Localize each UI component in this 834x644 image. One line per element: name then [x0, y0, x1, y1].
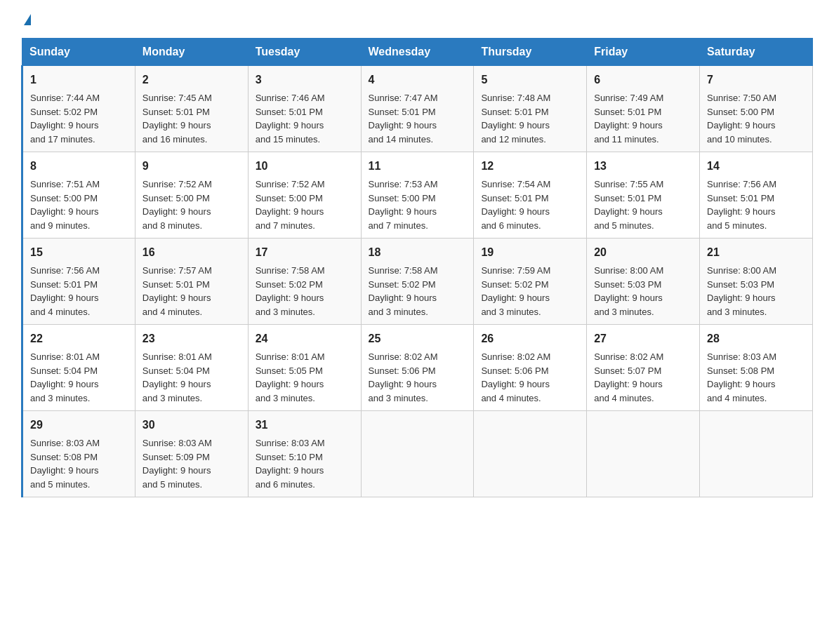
day-info-line: and 8 minutes.: [143, 219, 241, 233]
day-info-line: Sunrise: 7:44 AM: [30, 91, 128, 105]
day-info-line: Sunrise: 7:45 AM: [143, 91, 241, 105]
day-info-line: Sunset: 5:07 PM: [594, 364, 692, 378]
column-header-thursday: Thursday: [474, 39, 587, 66]
day-info-line: Sunset: 5:06 PM: [369, 364, 467, 378]
day-info-line: Sunrise: 7:59 AM: [481, 264, 579, 278]
day-info-line: Sunrise: 7:46 AM: [256, 91, 354, 105]
day-info-line: Daylight: 9 hours: [481, 205, 579, 219]
day-number: 29: [30, 417, 128, 434]
day-info-line: Sunset: 5:01 PM: [143, 105, 241, 119]
calendar-cell: 18Sunrise: 7:58 AMSunset: 5:02 PMDayligh…: [361, 239, 474, 325]
calendar-cell: 5Sunrise: 7:48 AMSunset: 5:01 PMDaylight…: [474, 66, 587, 152]
day-info-line: Daylight: 9 hours: [30, 205, 128, 219]
calendar-cell: 16Sunrise: 7:57 AMSunset: 5:01 PMDayligh…: [135, 239, 248, 325]
day-info-line: Sunrise: 7:53 AM: [369, 177, 467, 192]
column-header-tuesday: Tuesday: [248, 39, 361, 66]
day-number: 17: [256, 244, 354, 261]
day-info-line: and 4 minutes.: [481, 391, 579, 405]
calendar-cell: 31Sunrise: 8:03 AMSunset: 5:10 PMDayligh…: [248, 411, 361, 497]
day-info-line: and 4 minutes.: [143, 305, 241, 319]
day-info-line: Daylight: 9 hours: [707, 291, 805, 305]
calendar-cell: 9Sunrise: 7:52 AMSunset: 5:00 PMDaylight…: [135, 152, 248, 239]
calendar-cell: 1Sunrise: 7:44 AMSunset: 5:02 PMDaylight…: [22, 66, 135, 152]
day-info-line: Sunrise: 8:02 AM: [369, 350, 467, 364]
day-info-line: Sunrise: 8:03 AM: [143, 436, 241, 450]
day-info-line: Sunrise: 8:02 AM: [594, 350, 692, 364]
day-info-line: and 3 minutes.: [594, 305, 692, 319]
day-number: 6: [594, 72, 692, 88]
day-info-line: Daylight: 9 hours: [30, 291, 128, 305]
day-info-line: and 3 minutes.: [481, 305, 579, 319]
day-info-line: Daylight: 9 hours: [707, 119, 805, 133]
day-info-line: Daylight: 9 hours: [594, 291, 692, 305]
day-info-line: and 10 minutes.: [707, 133, 805, 147]
day-number: 28: [707, 330, 805, 347]
day-info-line: Sunset: 5:01 PM: [481, 105, 579, 119]
day-info-line: Sunset: 5:00 PM: [143, 192, 241, 206]
calendar-cell: 10Sunrise: 7:52 AMSunset: 5:00 PMDayligh…: [248, 152, 361, 239]
day-info-line: Sunrise: 8:01 AM: [30, 350, 128, 364]
day-info-line: Sunset: 5:01 PM: [369, 105, 467, 119]
day-info-line: and 6 minutes.: [256, 478, 354, 492]
calendar-week-row: 29Sunrise: 8:03 AMSunset: 5:08 PMDayligh…: [22, 411, 813, 497]
day-info-line: and 3 minutes.: [707, 305, 805, 319]
day-info-line: Sunset: 5:09 PM: [143, 450, 241, 464]
day-info-line: Sunset: 5:00 PM: [256, 192, 354, 206]
day-info-line: Sunrise: 7:54 AM: [481, 177, 579, 192]
calendar-cell: [474, 411, 587, 497]
day-number: 27: [594, 330, 692, 347]
day-info-line: Sunrise: 7:56 AM: [30, 264, 128, 278]
day-info-line: and 3 minutes.: [369, 391, 467, 405]
day-number: 21: [707, 244, 805, 261]
day-info-line: Sunrise: 7:58 AM: [256, 264, 354, 278]
day-info-line: and 6 minutes.: [481, 219, 579, 233]
day-info-line: Daylight: 9 hours: [707, 205, 805, 219]
day-info-line: Daylight: 9 hours: [369, 119, 467, 133]
calendar-cell: 20Sunrise: 8:00 AMSunset: 5:03 PMDayligh…: [587, 239, 700, 325]
day-info-line: Sunrise: 7:47 AM: [369, 91, 467, 105]
day-number: 4: [369, 72, 467, 88]
day-number: 15: [30, 244, 128, 261]
day-info-line: and 17 minutes.: [30, 133, 128, 147]
column-header-friday: Friday: [587, 39, 700, 66]
day-info-line: and 3 minutes.: [256, 305, 354, 319]
day-number: 5: [481, 72, 579, 88]
day-info-line: Sunset: 5:08 PM: [30, 450, 128, 464]
day-number: 9: [143, 158, 241, 175]
calendar-cell: 22Sunrise: 8:01 AMSunset: 5:04 PMDayligh…: [22, 325, 135, 411]
logo-triangle-icon: [24, 14, 31, 25]
calendar-week-row: 8Sunrise: 7:51 AMSunset: 5:00 PMDaylight…: [22, 152, 813, 239]
day-info-line: and 12 minutes.: [481, 133, 579, 147]
day-number: 25: [369, 330, 467, 347]
day-info-line: and 3 minutes.: [256, 391, 354, 405]
calendar-cell: 27Sunrise: 8:02 AMSunset: 5:07 PMDayligh…: [587, 325, 700, 411]
day-info-line: and 5 minutes.: [30, 478, 128, 492]
day-info-line: Sunrise: 7:57 AM: [143, 264, 241, 278]
calendar-cell: 26Sunrise: 8:02 AMSunset: 5:06 PMDayligh…: [474, 325, 587, 411]
column-header-wednesday: Wednesday: [361, 39, 474, 66]
day-info-line: and 5 minutes.: [594, 219, 692, 233]
day-info-line: Sunset: 5:10 PM: [256, 450, 354, 464]
day-info-line: Daylight: 9 hours: [143, 377, 241, 391]
calendar-cell: 3Sunrise: 7:46 AMSunset: 5:01 PMDaylight…: [248, 66, 361, 152]
day-info-line: Sunrise: 8:02 AM: [481, 350, 579, 364]
day-info-line: Sunrise: 7:55 AM: [594, 177, 692, 192]
day-info-line: Daylight: 9 hours: [369, 205, 467, 219]
day-info-line: Sunset: 5:00 PM: [707, 105, 805, 119]
calendar-cell: 17Sunrise: 7:58 AMSunset: 5:02 PMDayligh…: [248, 239, 361, 325]
calendar-cell: 12Sunrise: 7:54 AMSunset: 5:01 PMDayligh…: [474, 152, 587, 239]
day-info-line: Sunset: 5:01 PM: [481, 192, 579, 206]
calendar-cell: 23Sunrise: 8:01 AMSunset: 5:04 PMDayligh…: [135, 325, 248, 411]
day-info-line: and 3 minutes.: [143, 391, 241, 405]
day-info-line: and 3 minutes.: [30, 391, 128, 405]
day-info-line: Sunrise: 8:03 AM: [30, 436, 128, 450]
day-number: 14: [707, 158, 805, 175]
day-info-line: Daylight: 9 hours: [481, 377, 579, 391]
day-info-line: Daylight: 9 hours: [143, 464, 241, 478]
day-info-line: and 4 minutes.: [30, 305, 128, 319]
calendar-cell: 30Sunrise: 8:03 AMSunset: 5:09 PMDayligh…: [135, 411, 248, 497]
day-info-line: and 11 minutes.: [594, 133, 692, 147]
day-info-line: Daylight: 9 hours: [256, 119, 354, 133]
day-number: 16: [143, 244, 241, 261]
day-info-line: Daylight: 9 hours: [143, 205, 241, 219]
